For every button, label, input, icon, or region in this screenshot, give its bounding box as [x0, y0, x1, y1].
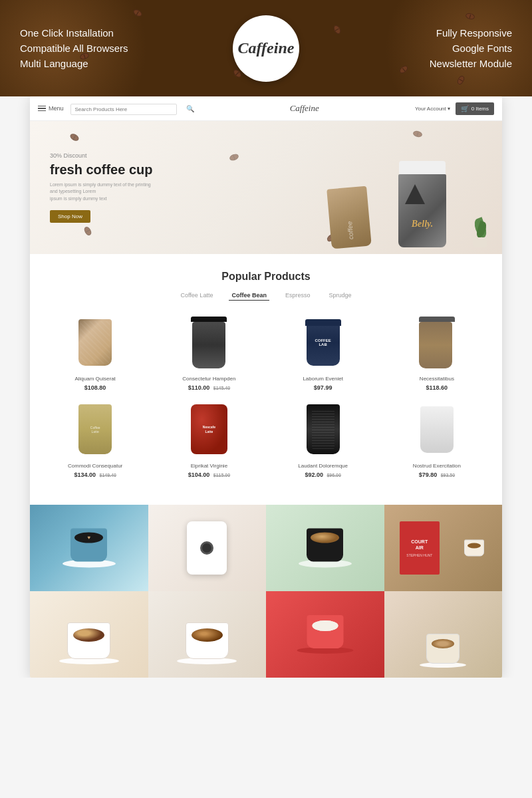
header-features-left: One Click Installation Compatible All Br… [20, 27, 128, 69]
coffee-bean-decor [465, 12, 475, 20]
coffee-bean-decor [332, 24, 342, 35]
product-card[interactable]: NescafeLatte Eiprikat Virginie $104.00 $… [157, 401, 261, 478]
product-name: Consectetur Hampden [157, 376, 261, 382]
coffee-scene [299, 529, 352, 568]
product-image: CoffeeLatte [43, 401, 147, 458]
tab-coffee-bean[interactable]: Coffee Bean [229, 291, 269, 301]
product-card[interactable]: Consectetur Hampden $110.00 $145.40 [157, 314, 261, 391]
feature-compatible: Compatible All Browsers [20, 43, 128, 54]
feature-newsletter: Newsletter Module [430, 58, 512, 69]
product-card[interactable]: Aliquam Quiserat $108.80 [43, 314, 147, 391]
product-image: NescafeLatte [157, 401, 261, 458]
cup-label: CoffeeLatte [90, 426, 100, 434]
product-price: $97.99 [271, 384, 375, 391]
product-image [43, 314, 147, 370]
latte-art-scene-2 [177, 622, 237, 664]
cup-brand-text: Belly. [412, 219, 434, 229]
cup-style6: NescafeLatte [191, 404, 227, 454]
product-tabs: Coffee Latte Coffee Bean Espresso Sprudg… [43, 291, 489, 301]
red-cup-scene [297, 615, 353, 654]
cup-lid [399, 161, 446, 174]
product-price: $108.80 [43, 384, 147, 391]
product-price: $134.00 $149.40 [43, 471, 147, 478]
product-name: Laudant Doloremque [271, 463, 375, 469]
spoon-cup-scene [420, 634, 466, 668]
cup-label: NescafeLatte [203, 425, 215, 434]
cart-label: 0 Items [471, 106, 489, 112]
product-card[interactable]: CoffeeLatte Commodi Consequatur $134.00 … [43, 401, 147, 478]
photo-cell-4[interactable]: COURT AIR STEPHEN HUNT [384, 505, 503, 591]
cup-style8 [420, 406, 454, 453]
hero-banner: 30% Discount fresh coffee cup Lorem ipsu… [30, 121, 502, 254]
product-card[interactable]: Nostrud Exercitation $79.80 $93.50 [385, 401, 489, 478]
phone-mockup [187, 521, 227, 575]
cup-style1 [78, 319, 112, 366]
cup-style3: COFFEELAB [307, 319, 340, 366]
photo-cell-1[interactable] [30, 505, 148, 591]
product-name: Nostrud Exercitation [385, 463, 489, 469]
tab-espresso[interactable]: Espresso [283, 291, 313, 301]
coffee-bean-decor [456, 74, 466, 86]
products-row-2: CoffeeLatte Commodi Consequatur $134.00 … [43, 401, 489, 478]
product-card[interactable]: Necessitatibus $118.60 [385, 314, 489, 391]
top-header: One Click Installation Compatible All Br… [0, 0, 532, 96]
store-nav: Menu 🔍 Caffeine Your Account ▾ 🛒 0 Items [30, 96, 502, 121]
search-button[interactable]: 🔍 [186, 105, 194, 112]
hero-desc: Lorem ipsum is simply dummy text of the … [50, 182, 156, 203]
hero-discount: 30% Discount [50, 152, 156, 159]
product-price: $92.00 $96.00 [271, 471, 375, 478]
coffee-scene [63, 529, 116, 568]
phone-lens [200, 541, 213, 555]
coffee-bean-decor [398, 65, 410, 75]
product-card[interactable]: COFFEELAB Laborum Eveniet $97.99 [271, 314, 375, 391]
hero-title: fresh coffee cup [50, 162, 156, 178]
products-row-1: Aliquam Quiserat $108.80 Consectetur Ham… [43, 314, 489, 391]
product-image [385, 401, 489, 458]
search-input[interactable] [70, 104, 177, 115]
photo-cell-5[interactable] [30, 591, 148, 678]
feature-one-click: One Click Installation [20, 27, 128, 39]
hamburger-icon[interactable] [38, 106, 46, 112]
header-features-right: Fully Responsive Google Fonts Newsletter… [430, 27, 512, 69]
product-image [385, 314, 489, 370]
shop-now-button[interactable]: Shop Now [50, 210, 90, 223]
photo-cell-3[interactable] [266, 505, 384, 591]
cart-icon: 🛒 [461, 105, 469, 112]
coffee-bean-decor [132, 8, 144, 18]
book-coffee-cup [464, 540, 484, 557]
product-name: Commodi Consequatur [43, 463, 147, 469]
photo-cell-6[interactable] [148, 591, 267, 678]
photo-cell-2[interactable] [148, 505, 267, 591]
photo-cell-8[interactable] [384, 591, 503, 678]
tab-sprudge[interactable]: Sprudge [326, 291, 354, 301]
cup-style5: CoffeeLatte [78, 404, 112, 454]
product-name: Necessitatibus [385, 376, 489, 382]
feature-fonts: Google Fonts [430, 43, 512, 54]
hero-content: 30% Discount fresh coffee cup Lorem ipsu… [30, 139, 176, 237]
product-price: $118.60 [385, 384, 489, 391]
account-label: Your Account [415, 106, 446, 112]
product-price: $110.00 $145.40 [157, 384, 261, 391]
product-name: Eiprikat Virginie [157, 463, 261, 469]
hero-coffee-cup: Belly. [396, 161, 449, 254]
product-card[interactable]: Laudant Doloremque $92.00 $96.00 [271, 401, 375, 478]
photo-cell-7[interactable] [266, 591, 384, 678]
product-image: COFFEELAB [271, 314, 375, 370]
nav-menu[interactable]: Menu [38, 105, 64, 112]
cup-style4 [419, 322, 452, 368]
store-search[interactable] [70, 102, 177, 115]
menu-label: Menu [49, 105, 64, 112]
feature-responsive: Fully Responsive [430, 27, 512, 39]
book-title-line2: AIR [416, 545, 424, 551]
store-brand: Caffeine [201, 103, 408, 114]
product-price-old: $93.50 [441, 473, 455, 477]
product-image [157, 314, 261, 370]
tab-coffee-latte[interactable]: Coffee Latte [178, 291, 216, 301]
photo-grid: COURT AIR STEPHEN HUNT [30, 505, 502, 678]
cart-button[interactable]: 🛒 0 Items [456, 102, 494, 115]
product-price-old: $115.00 [213, 473, 230, 477]
feature-multilang: Multi Language [20, 58, 128, 69]
product-name: Laborum Eveniet [271, 376, 375, 382]
account-link[interactable]: Your Account ▾ [415, 106, 450, 112]
cup-style7 [307, 404, 340, 454]
